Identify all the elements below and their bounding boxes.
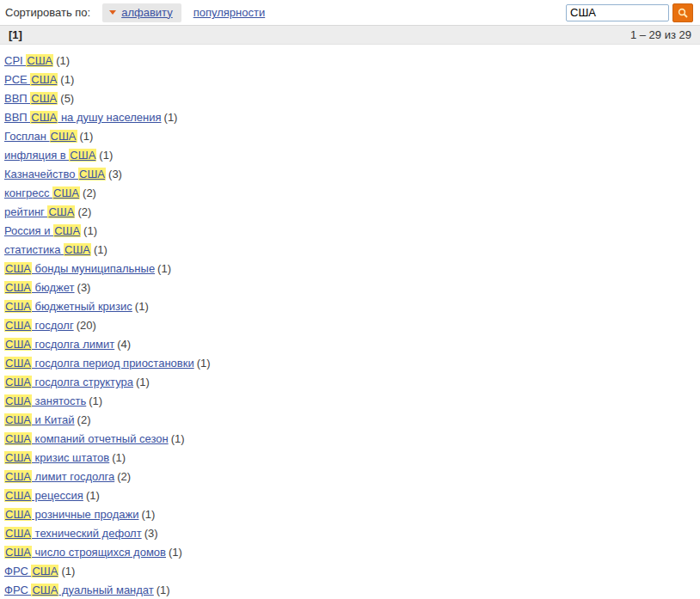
tag-highlight: США [4,527,32,540]
tag-highlight: США [4,319,32,332]
tag-count: (1) [80,130,94,143]
tag-highlight: США [4,357,32,370]
tag-text-before: ФРС [4,584,31,596]
tag-row: ФРС США(1) [4,562,700,581]
tag-row: PCE США(1) [4,70,700,89]
tag-count: (1) [169,546,182,559]
tag-link[interactable]: США госдолга лимит [4,338,114,351]
tag-highlight: США [31,565,58,578]
sort-controls: Сортировать по: алфавиту популярности [5,3,265,22]
tag-row: США рецессия(1) [4,486,700,505]
tag-count: (2) [77,205,91,218]
tag-text-after: на душу населения [58,111,161,124]
tag-link[interactable]: США бюджет [4,281,75,294]
sort-option-alphabet-link[interactable]: алфавиту [121,6,173,19]
tag-link[interactable]: США госдолга структура [4,376,133,388]
tag-link[interactable]: США рецессия [4,489,83,502]
tag-link[interactable]: США занятость [4,394,86,407]
tag-count: (1) [83,224,97,237]
tag-link[interactable]: США розничные продажи [4,508,138,521]
tag-row: США розничные продажи(1) [4,505,700,524]
tag-highlight: США [4,281,32,294]
tag-link[interactable]: США кризис штатов [4,451,109,464]
results-range: 1 – 29 из 29 [630,28,691,41]
tag-text-before: CPI [4,54,26,67]
tag-row: США бюджетный кризис(1) [4,297,700,316]
tag-link[interactable]: США госдолг [4,319,74,332]
tag-row: США госдолга период приостановки(1) [4,354,700,373]
tag-highlight: США [4,432,32,445]
tag-count: (1) [135,300,149,313]
tag-link[interactable]: США число строящихся домов [4,546,166,559]
tag-highlight: США [4,300,32,313]
tag-text-after: госдолг [32,319,74,332]
tag-count: (2) [117,470,131,483]
tag-text-before: Госплан [4,130,50,143]
tag-link[interactable]: CPI США [4,54,53,67]
tag-count: (1) [61,565,75,578]
tag-count: (1) [157,584,170,596]
tag-link[interactable]: ФРС США [4,565,58,578]
search-button[interactable] [672,3,693,22]
tag-highlight: США [26,54,53,67]
tag-count: (1) [56,54,70,67]
tag-link[interactable]: PCE США [4,73,58,86]
tag-row: инфляция в США(1) [4,146,700,165]
tag-row: ФРС США дуальный мандат(1) [4,581,700,599]
tag-count: (3) [108,168,122,180]
tag-link[interactable]: США технический дефолт [4,527,142,540]
tag-text-before: ВВП [4,92,30,105]
tag-highlight: США [50,130,77,143]
tag-row: США бонды муниципальные(1) [4,260,700,278]
tag-row: США госдолг(20) [4,316,700,335]
tag-link[interactable]: США и Китай [4,413,75,426]
tag-text-before: ВВП [4,111,30,124]
sort-label: Сортировать по: [5,6,90,19]
tag-link[interactable]: ФРС США дуальный мандат [4,584,154,596]
tag-link[interactable]: США бонды муниципальные [4,262,155,275]
tag-link[interactable]: рейтинг США [4,205,75,218]
tag-link[interactable]: ВВП США на душу населения [4,111,162,124]
tag-count: (5) [60,92,74,105]
tag-highlight: США [52,186,80,199]
tag-link[interactable]: США госдолга период приостановки [4,357,194,370]
tag-highlight: США [30,92,58,105]
tag-link[interactable]: ВВП США [4,92,58,105]
tag-text-after: и Китай [32,413,75,426]
tag-count: (4) [117,338,131,351]
tag-text-before: рейтинг [4,205,47,218]
tag-count: (1) [99,149,113,162]
tag-count: (1) [197,357,211,370]
tag-count: (3) [144,527,158,540]
tag-text-after: кризис штатов [32,451,109,464]
tag-link[interactable]: США лимит госдолга [4,470,114,483]
tag-row: США технический дефолт(3) [4,524,700,543]
tag-highlight: США [47,205,75,218]
tag-link[interactable]: США бюджетный кризис [4,300,132,313]
tag-link[interactable]: статистика США [4,243,91,256]
search-input[interactable] [566,4,669,21]
tag-text-after: дуальный мандат [58,584,153,596]
tag-row: США и Китай(2) [4,411,700,430]
tag-link[interactable]: конгресс США [4,186,80,199]
tag-highlight: США [4,338,32,351]
tag-highlight: США [69,149,96,162]
tag-text-after: бюджет [32,281,75,294]
tag-link[interactable]: США компаний отчетный сезон [4,432,169,445]
tag-count: (1) [94,243,107,256]
tag-link[interactable]: Госплан США [4,130,77,143]
tag-row: США госдолга лимит(4) [4,335,700,354]
tag-text-after: госдолга структура [32,376,133,388]
tag-link[interactable]: Казначейство США [4,168,106,180]
tag-text-after: бонды муниципальные [32,262,155,275]
sort-option-alphabet[interactable]: алфавиту [102,3,181,22]
tag-link[interactable]: Россия и США [4,224,81,237]
tag-row: США бюджет(3) [4,278,700,297]
tag-row: США лимит госдолга(2) [4,468,700,486]
sort-option-popularity-link[interactable]: популярности [193,6,266,19]
tag-text-after: розничные продажи [32,508,138,521]
tag-list: CPI США(1)PCE США(1)ВВП США(5)ВВП США на… [0,45,700,599]
tag-highlight: США [78,168,106,180]
tag-highlight: США [4,376,32,388]
tag-link[interactable]: инфляция в США [4,149,96,162]
